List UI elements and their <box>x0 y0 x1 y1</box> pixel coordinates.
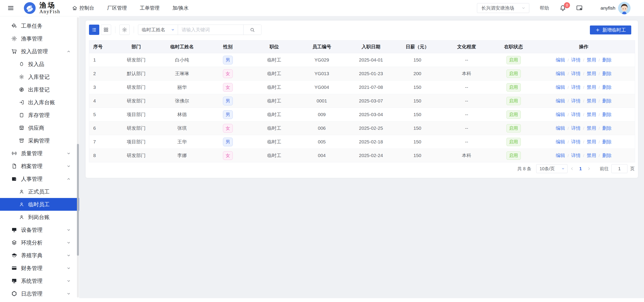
action-edit[interactable]: 编辑 <box>556 139 565 144</box>
search-field-selector[interactable]: 临时工姓名 <box>138 25 178 35</box>
action-disable[interactable]: 禁用 <box>587 57 596 62</box>
action-delete[interactable]: 删除 <box>602 98 612 103</box>
sidebar-item-label: 到岗台账 <box>28 214 50 221</box>
horizontal-scrollbar-track[interactable] <box>79 298 644 302</box>
farm-selector[interactable]: 长兴泗安塘渔场 <box>477 3 529 13</box>
toolbar-divider <box>115 26 116 33</box>
sidebar-toggle-button[interactable] <box>6 4 15 12</box>
sidebar-item-label: 供应商 <box>28 124 44 132</box>
cell-salary: 150 <box>396 122 439 135</box>
cell-status: 启用 <box>495 135 533 149</box>
import-icon <box>19 100 24 105</box>
sidebar-item-供应商[interactable]: 供应商 <box>0 122 79 134</box>
action-edit[interactable]: 编辑 <box>556 126 565 131</box>
action-separator: / <box>568 71 569 76</box>
action-disable[interactable]: 禁用 <box>587 71 596 76</box>
notification-badge: 0 <box>564 2 570 8</box>
sidebar-item-投入品管理[interactable]: 投入品管理 <box>0 45 79 58</box>
action-delete[interactable]: 删除 <box>602 153 612 158</box>
list-view-button[interactable] <box>89 24 99 35</box>
column-settings-button[interactable] <box>120 24 130 35</box>
notifications-button[interactable]: 0 <box>559 4 566 12</box>
action-disable[interactable]: 禁用 <box>587 84 596 90</box>
top-menu-item-1[interactable]: 控制台 <box>72 5 94 12</box>
workbench-button[interactable] <box>576 4 583 12</box>
action-delete[interactable]: 删除 <box>602 139 612 144</box>
action-delete[interactable]: 删除 <box>602 84 612 90</box>
search-button[interactable] <box>243 25 261 35</box>
sidebar-item-投入品[interactable]: 投入品 <box>0 58 79 70</box>
action-delete[interactable]: 删除 <box>602 112 612 117</box>
action-edit[interactable]: 编辑 <box>556 84 565 90</box>
action-delete[interactable]: 删除 <box>602 126 612 131</box>
top-menu-item-3[interactable]: 工单管理 <box>140 5 160 12</box>
search-input[interactable] <box>178 25 243 35</box>
sidebar-item-到岗台账[interactable]: 到岗台账 <box>0 211 79 224</box>
action-detail[interactable]: 详情 <box>571 153 581 158</box>
action-delete[interactable]: 删除 <box>602 57 612 62</box>
current-page-button[interactable]: 1 <box>576 166 584 171</box>
sidebar-item-质量管理[interactable]: 质量管理 <box>0 147 79 160</box>
sidebar-item-出库登记[interactable]: 出库登记 <box>0 83 79 96</box>
action-detail[interactable]: 详情 <box>571 139 581 144</box>
sidebar-scrollbar-thumb[interactable] <box>77 144 79 256</box>
sidebar-item-正式员工[interactable]: 正式员工 <box>0 185 79 198</box>
action-detail[interactable]: 详情 <box>571 126 581 131</box>
action-edit[interactable]: 编辑 <box>556 112 565 117</box>
action-disable[interactable]: 禁用 <box>587 98 596 103</box>
action-disable[interactable]: 禁用 <box>587 112 596 117</box>
action-detail[interactable]: 详情 <box>571 112 581 117</box>
add-temp-worker-button[interactable]: 新增临时工 <box>590 26 631 34</box>
action-edit[interactable]: 编辑 <box>556 153 565 158</box>
goto-page-input[interactable] <box>611 164 628 173</box>
cell-name: 丽华 <box>159 80 205 94</box>
cell-index: 5 <box>89 108 113 122</box>
top-menu-item-2[interactable]: 厂区管理 <box>107 5 127 12</box>
sidebar-item-渔事管理[interactable]: 渔事管理 <box>0 32 79 45</box>
sidebar-item-出入库台账[interactable]: 出入库台账 <box>0 96 79 109</box>
sidebar-item-入库登记[interactable]: 入库登记 <box>0 70 79 83</box>
sidebar-item-库存管理[interactable]: 库存管理 <box>0 109 79 122</box>
action-edit[interactable]: 编辑 <box>556 71 565 76</box>
sidebar-item-养殖字典[interactable]: 养殖字典 <box>0 249 79 262</box>
sidebar-item-系统管理[interactable]: 系统管理 <box>0 274 79 287</box>
sidebar-item-label: 库存管理 <box>28 112 50 119</box>
sidebar-item-档案管理[interactable]: 档案管理 <box>0 160 79 172</box>
sidebar-item-财务管理[interactable]: 财务管理 <box>0 262 79 274</box>
action-detail[interactable]: 详情 <box>571 57 581 62</box>
gender-badge: 女 <box>223 151 233 160</box>
sidebar-item-环境分析[interactable]: 环境分析 <box>0 236 79 249</box>
top-navbar: 渔场 AnyFish 控制台厂区管理工单管理加/换水 长兴泗安塘渔场 帮助 0 … <box>0 0 644 16</box>
egg-icon <box>19 61 24 67</box>
prev-page-button[interactable] <box>568 164 576 173</box>
grid-view-button[interactable] <box>101 24 111 35</box>
action-disable[interactable]: 禁用 <box>587 126 596 131</box>
action-edit[interactable]: 编辑 <box>556 98 565 103</box>
action-detail[interactable]: 详情 <box>571 71 581 76</box>
help-link[interactable]: 帮助 <box>540 5 549 11</box>
cell-name: 王琳琳 <box>159 67 205 80</box>
action-delete[interactable]: 删除 <box>602 71 612 76</box>
top-menu-item-4[interactable]: 加/换水 <box>172 5 188 12</box>
file-icon <box>11 163 17 169</box>
user-avatar[interactable] <box>618 2 630 14</box>
action-disable[interactable]: 禁用 <box>587 153 596 158</box>
cell-code: 006 <box>298 122 346 135</box>
sidebar-item-工单任务[interactable]: 工单任务 <box>0 20 79 32</box>
action-detail[interactable]: 详情 <box>571 98 581 103</box>
sidebar-item-人事管理[interactable]: 人事管理 <box>0 172 79 185</box>
next-page-button[interactable] <box>584 164 594 173</box>
signal-icon <box>11 150 17 156</box>
user-icon <box>19 202 24 207</box>
sidebar-item-日志管理[interactable]: 日志管理 <box>0 287 79 300</box>
cell-code: 004 <box>298 149 346 162</box>
page-size-selector[interactable]: 10条/页 <box>536 164 568 173</box>
sidebar-item-设备管理[interactable]: 设备管理 <box>0 224 79 236</box>
sidebar-item-临时员工[interactable]: 临时员工 <box>0 198 79 211</box>
sidebar-item-label: 日志管理 <box>21 290 42 297</box>
action-edit[interactable]: 编辑 <box>556 57 565 62</box>
action-separator: / <box>598 153 600 158</box>
action-disable[interactable]: 禁用 <box>587 139 596 144</box>
action-detail[interactable]: 详情 <box>571 84 581 90</box>
sidebar-item-采购管理[interactable]: 采购管理 <box>0 134 79 147</box>
